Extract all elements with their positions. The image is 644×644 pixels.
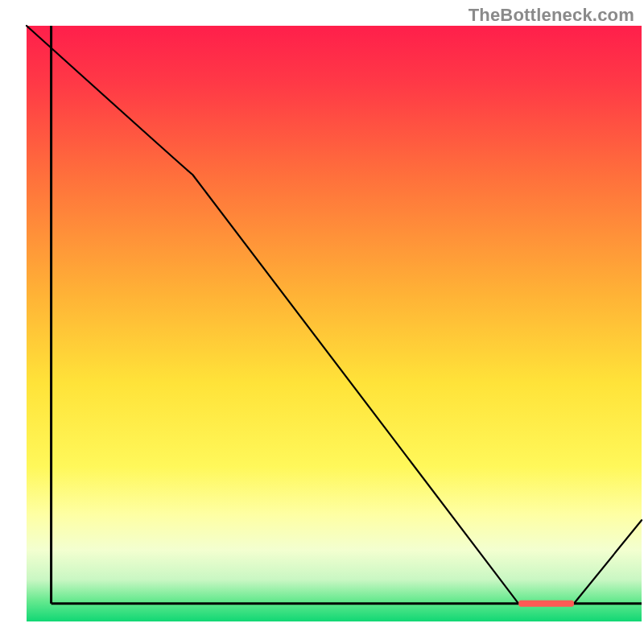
optimal-marker <box>518 601 574 607</box>
chart-svg <box>0 0 644 644</box>
chart-background <box>27 26 642 621</box>
chart-container: TheBottleneck.com <box>0 0 644 644</box>
